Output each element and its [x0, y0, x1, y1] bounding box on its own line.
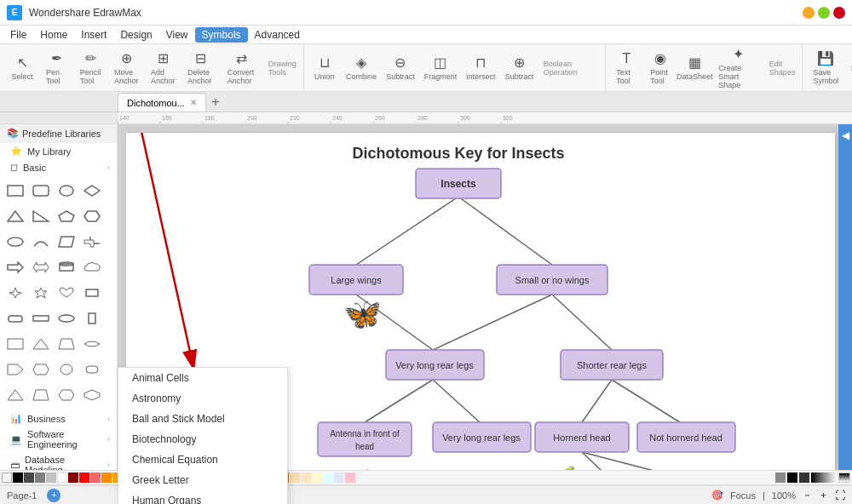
- shape-arrow-right[interactable]: [3, 255, 27, 279]
- shape-circle[interactable]: [55, 179, 78, 203]
- color-bw-gradient[interactable]: [838, 472, 850, 483]
- menu-design[interactable]: Design: [113, 27, 158, 43]
- shape-diamond[interactable]: [80, 179, 104, 203]
- shape-oval-wide[interactable]: [55, 306, 78, 330]
- color-dark-red[interactable]: [68, 472, 78, 483]
- color-gradient-bar[interactable]: [811, 472, 837, 483]
- fragment-button[interactable]: ◫ Fragment: [421, 51, 459, 84]
- color-light-cyan[interactable]: [323, 472, 333, 483]
- color-gradient-1[interactable]: [775, 472, 786, 483]
- shape-s1[interactable]: [3, 383, 27, 407]
- shape-parallelogram[interactable]: [55, 230, 78, 254]
- submenu-astronomy[interactable]: Astronomy: [118, 388, 287, 409]
- shape-r2[interactable]: [29, 332, 53, 356]
- color-black[interactable]: [13, 472, 23, 483]
- intersect-button[interactable]: ⊓ Intersect: [463, 51, 498, 84]
- minimize-button[interactable]: [803, 7, 815, 19]
- new-tab-button[interactable]: +: [206, 93, 225, 112]
- submenu-human-organs[interactable]: Human Organs: [118, 490, 287, 504]
- submenu-greek[interactable]: Greek Letter: [118, 470, 287, 490]
- add-anchor-button[interactable]: ⊞ Add Anchor: [147, 47, 179, 89]
- color-dark[interactable]: [24, 472, 34, 483]
- move-anchor-button[interactable]: ⊕ Move Anchor: [109, 47, 144, 89]
- shape-r1[interactable]: [3, 332, 27, 356]
- menu-insert[interactable]: Insert: [74, 27, 113, 43]
- menu-file[interactable]: File: [3, 27, 33, 43]
- window-controls[interactable]: [803, 7, 845, 19]
- save-symbol-button[interactable]: 💾 Save Symbol: [808, 47, 843, 89]
- shape-cloud[interactable]: [80, 255, 104, 279]
- sidebar-item-database[interactable]: 🗃 Database Modeling ›: [0, 452, 117, 470]
- combine-button[interactable]: ◈ Combine: [343, 51, 380, 84]
- shape-r6[interactable]: [29, 358, 53, 381]
- zoom-out-button[interactable]: －: [803, 489, 812, 501]
- fullscreen-button[interactable]: ⛶: [835, 490, 845, 501]
- submenu-ball-stick[interactable]: Ball and Stick Model: [118, 409, 287, 429]
- sidebar-item-business[interactable]: 📊 Business ›: [0, 410, 117, 427]
- submenu-chemical[interactable]: Chemical Equation: [118, 450, 287, 470]
- color-white[interactable]: [57, 472, 67, 483]
- color-red[interactable]: [79, 472, 89, 483]
- shape-rounded-rect[interactable]: [29, 179, 53, 203]
- shape-r7[interactable]: [55, 358, 78, 381]
- color-gray[interactable]: [35, 472, 45, 483]
- smart-shape-button[interactable]: ✦ Create Smart Shape: [713, 43, 763, 93]
- pencil-tool-button[interactable]: ✏ Pencil Tool: [75, 47, 106, 89]
- expand-button[interactable]: ◀: [842, 129, 849, 141]
- shape-s2[interactable]: [29, 383, 53, 407]
- close-button[interactable]: [833, 7, 845, 19]
- sidebar-item-my-library[interactable]: ⭐ My Library: [0, 143, 117, 159]
- shape-double-arrow[interactable]: [29, 255, 53, 279]
- shape-cross[interactable]: [80, 230, 104, 254]
- point-tool-button[interactable]: ◉ Point Tool: [645, 47, 676, 89]
- no-color-swatch[interactable]: [2, 472, 12, 483]
- color-light-red[interactable]: [90, 472, 101, 483]
- shape-s4[interactable]: [80, 383, 104, 407]
- convert-anchor-button[interactable]: ⇄ Convert Anchor: [222, 47, 262, 89]
- submenu-animal-cells[interactable]: Animal Cells: [118, 368, 287, 388]
- shape-rect[interactable]: [3, 179, 27, 203]
- union-button[interactable]: ⊔ Union: [309, 51, 340, 84]
- maximize-button[interactable]: [818, 7, 830, 19]
- shape-star5[interactable]: [29, 281, 53, 305]
- active-tab[interactable]: Dichotomou... ✕: [118, 93, 206, 112]
- menu-symbols[interactable]: Symbols: [195, 27, 248, 43]
- shape-rect-sm[interactable]: [80, 281, 104, 305]
- shape-right-triangle[interactable]: [29, 204, 53, 228]
- sidebar-item-basic[interactable]: ◻ Basic ›: [0, 159, 117, 175]
- shape-cylinder[interactable]: [55, 255, 78, 279]
- menu-home[interactable]: Home: [33, 27, 74, 43]
- color-gradient-3[interactable]: [799, 472, 809, 483]
- shape-rect-wide[interactable]: [29, 306, 53, 330]
- pen-tool-button[interactable]: ✒ Pen Tool: [41, 47, 72, 89]
- color-light-gray[interactable]: [46, 472, 56, 483]
- shape-s3[interactable]: [55, 383, 78, 407]
- color-dark-orange[interactable]: [101, 472, 112, 483]
- shape-arc[interactable]: [29, 230, 53, 254]
- shape-rect-tall[interactable]: [80, 306, 104, 330]
- shape-pentagon[interactable]: [55, 204, 78, 228]
- menu-view[interactable]: View: [159, 27, 195, 43]
- shape-heart[interactable]: [55, 281, 78, 305]
- subtract-button-1[interactable]: ⊖ Subtract: [383, 51, 418, 84]
- shape-r8[interactable]: [80, 358, 104, 381]
- predefine-libraries-header[interactable]: 📚 Predefine Libraries: [0, 124, 117, 143]
- color-bisque[interactable]: [301, 472, 311, 483]
- delete-anchor-button[interactable]: ⊟ Delete Anchor: [182, 47, 219, 89]
- color-gradient-2[interactable]: [787, 472, 797, 483]
- add-page-button[interactable]: +: [47, 489, 60, 502]
- subtract-button-2[interactable]: ⊕ Subtract: [502, 51, 537, 84]
- shape-rounded-sm[interactable]: [3, 306, 27, 330]
- shape-r4[interactable]: [80, 332, 104, 356]
- submenu-biotechnology[interactable]: Biotechnology: [118, 429, 287, 450]
- sidebar-item-software[interactable]: 💻 Software Engineering ›: [0, 427, 117, 452]
- shape-triangle[interactable]: [3, 204, 27, 228]
- color-pink-light[interactable]: [345, 472, 355, 483]
- shape-r3[interactable]: [55, 332, 78, 356]
- text-tool-button[interactable]: T Text Tool: [611, 48, 642, 89]
- color-lemon[interactable]: [312, 472, 322, 483]
- shape-oval[interactable]: [3, 230, 27, 254]
- shape-r5[interactable]: [3, 358, 27, 381]
- color-lavender[interactable]: [334, 472, 344, 483]
- tab-close-icon[interactable]: ✕: [190, 98, 197, 107]
